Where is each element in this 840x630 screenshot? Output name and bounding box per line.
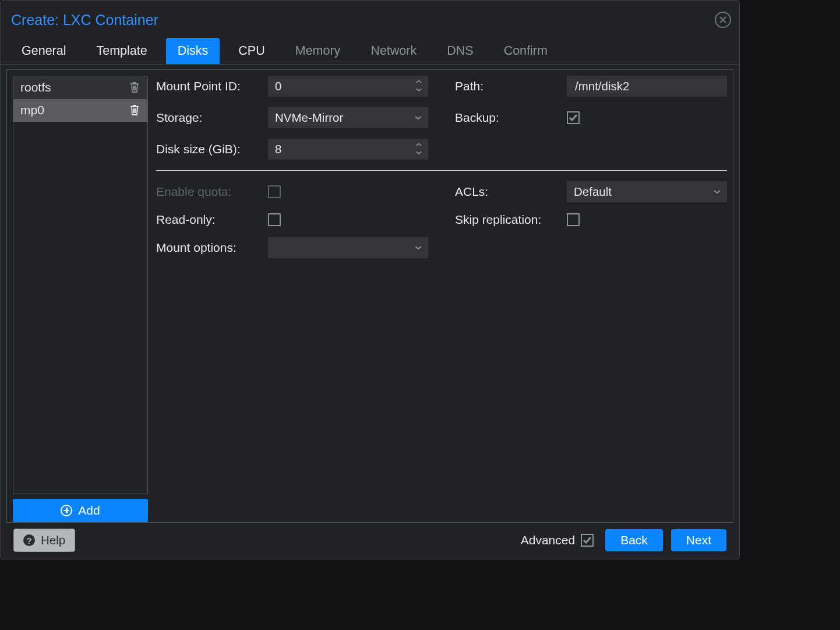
add-button-label: Add (78, 504, 100, 518)
dialog-body: rootfs mp0 Add (6, 69, 733, 522)
advanced-toggle[interactable]: Advanced (521, 533, 594, 547)
row-acls: ACLs: Default (455, 181, 727, 202)
titlebar: Create: LXC Container (1, 1, 739, 36)
row-storage: Storage: NVMe-Mirror (156, 107, 428, 128)
help-icon: ? (23, 534, 35, 546)
storage-select[interactable]: NVMe-Mirror (268, 107, 428, 128)
label-acls: ACLs: (455, 185, 566, 199)
close-icon (719, 13, 727, 27)
chevron-down-icon (415, 88, 422, 92)
tab-dns: DNS (435, 38, 485, 64)
storage-value: NVMe-Mirror (275, 111, 343, 125)
mount-point-id-spinner[interactable]: 0 (268, 76, 428, 97)
row-path: Path: (455, 76, 727, 97)
label-path: Path: (455, 79, 566, 93)
disk-list-item-rootfs[interactable]: rootfs (13, 76, 147, 99)
disk-form: Mount Point ID: 0 Path: (156, 76, 727, 522)
path-input-wrapper[interactable] (567, 76, 727, 97)
disk-list: rootfs mp0 (13, 76, 148, 494)
advanced-label: Advanced (521, 533, 575, 547)
disk-size-value: 8 (275, 142, 281, 156)
dialog-window: Create: LXC Container General Template D… (0, 0, 740, 559)
disk-side-column: rootfs mp0 Add (13, 76, 148, 522)
tab-general[interactable]: General (10, 38, 78, 64)
label-mount-options: Mount options: (156, 241, 267, 255)
label-mount-point-id: Mount Point ID: (156, 79, 267, 93)
label-backup: Backup: (455, 111, 566, 125)
label-storage: Storage: (156, 111, 267, 125)
disk-list-label: rootfs (20, 80, 51, 94)
tab-cpu[interactable]: CPU (227, 38, 276, 64)
row-backup: Backup: (455, 107, 727, 128)
tab-memory: Memory (284, 38, 352, 64)
chevron-up-icon (415, 143, 422, 147)
chevron-down-icon (415, 151, 422, 155)
label-skip-replication: Skip replication: (455, 213, 566, 227)
row-mount-options: Mount options: (156, 237, 428, 258)
wizard-tabs: General Template Disks CPU Memory Networ… (1, 34, 739, 65)
path-input[interactable] (574, 79, 720, 94)
chevron-down-icon (414, 115, 422, 120)
label-enable-quota: Enable quota: (156, 185, 267, 199)
acls-value: Default (574, 185, 612, 199)
row-skip-replication: Skip replication: (455, 213, 727, 227)
tab-confirm: Confirm (492, 38, 559, 64)
disk-list-item-mp0[interactable]: mp0 (13, 99, 147, 122)
enable-quota-checkbox (268, 185, 281, 198)
chevron-down-icon (414, 245, 422, 250)
plus-icon (61, 505, 72, 516)
dialog-title: Create: LXC Container (11, 12, 158, 29)
read-only-checkbox[interactable] (268, 213, 281, 226)
row-disk-size: Disk size (GiB): 8 (156, 139, 428, 160)
disk-list-label: mp0 (20, 103, 44, 117)
row-read-only: Read-only: (156, 213, 428, 227)
label-disk-size: Disk size (GiB): (156, 142, 267, 156)
chevron-down-icon (713, 189, 721, 194)
form-divider (156, 170, 727, 171)
acls-select[interactable]: Default (567, 181, 727, 202)
tab-disks[interactable]: Disks (166, 38, 220, 64)
back-button[interactable]: Back (605, 529, 663, 551)
trash-icon[interactable] (129, 81, 140, 94)
row-mount-point-id: Mount Point ID: 0 (156, 76, 428, 97)
help-button[interactable]: ? Help (13, 529, 75, 552)
mount-point-id-value: 0 (275, 79, 281, 93)
advanced-checkbox[interactable] (581, 534, 594, 547)
close-button[interactable] (715, 12, 731, 28)
trash-icon[interactable] (129, 104, 140, 117)
dialog-footer: ? Help Advanced Back Next (6, 522, 733, 559)
tab-template[interactable]: Template (85, 38, 159, 64)
skip-replication-checkbox[interactable] (567, 213, 580, 226)
backup-checkbox[interactable] (567, 111, 580, 124)
row-enable-quota: Enable quota: (156, 181, 428, 202)
tab-network: Network (359, 38, 428, 64)
disk-size-spinner[interactable]: 8 (268, 139, 428, 160)
chevron-up-icon (415, 80, 422, 84)
label-read-only: Read-only: (156, 213, 267, 227)
add-disk-button[interactable]: Add (13, 499, 148, 522)
mount-options-select[interactable] (268, 237, 428, 258)
help-label: Help (41, 533, 65, 547)
next-button[interactable]: Next (671, 529, 726, 551)
